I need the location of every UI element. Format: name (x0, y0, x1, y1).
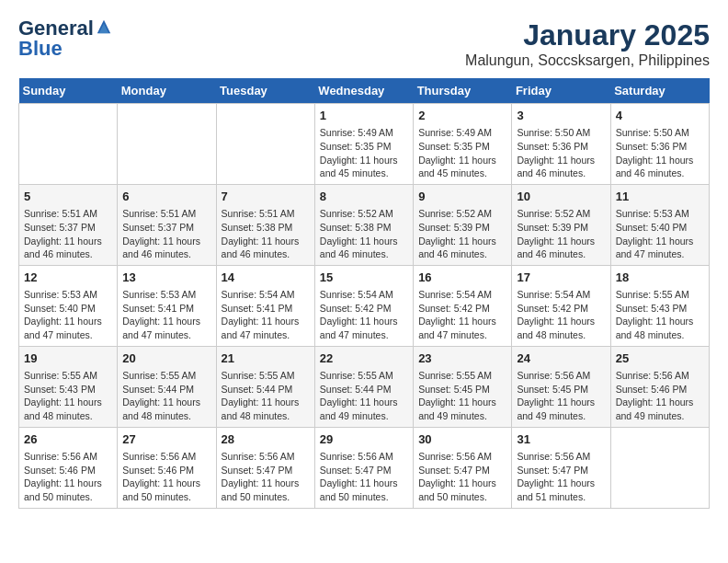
calendar-header-row: SundayMondayTuesdayWednesdayThursdayFrid… (19, 78, 710, 104)
calendar-cell: 14Sunrise: 5:54 AM Sunset: 5:41 PM Dayli… (216, 265, 314, 346)
calendar-cell: 20Sunrise: 5:55 AM Sunset: 5:44 PM Dayli… (118, 346, 216, 427)
day-number: 12 (24, 270, 112, 286)
cell-info: Sunrise: 5:52 AM Sunset: 5:39 PM Dayligh… (418, 207, 506, 261)
day-number: 16 (418, 270, 506, 286)
day-number: 17 (517, 270, 605, 286)
calendar-cell: 7Sunrise: 5:51 AM Sunset: 5:38 PM Daylig… (216, 184, 314, 265)
day-number: 5 (24, 189, 112, 205)
day-number: 25 (616, 350, 704, 367)
cell-info: Sunrise: 5:54 AM Sunset: 5:41 PM Dayligh… (222, 288, 310, 342)
calendar-cell: 4Sunrise: 5:50 AM Sunset: 5:36 PM Daylig… (610, 104, 709, 185)
week-row-1: 1Sunrise: 5:49 AM Sunset: 5:35 PM Daylig… (19, 104, 710, 185)
calendar-cell: 21Sunrise: 5:55 AM Sunset: 5:44 PM Dayli… (216, 346, 314, 427)
calendar-cell: 1Sunrise: 5:49 AM Sunset: 5:35 PM Daylig… (314, 104, 413, 185)
header-tuesday: Tuesday (216, 78, 314, 104)
day-number: 20 (122, 350, 210, 367)
header-friday: Friday (512, 78, 610, 104)
calendar-cell: 25Sunrise: 5:56 AM Sunset: 5:46 PM Dayli… (610, 346, 709, 427)
cell-info: Sunrise: 5:56 AM Sunset: 5:46 PM Dayligh… (24, 450, 112, 504)
calendar-cell: 2Sunrise: 5:49 AM Sunset: 5:35 PM Daylig… (414, 104, 512, 185)
header-saturday: Saturday (610, 78, 709, 104)
day-number: 19 (24, 350, 112, 367)
header-wednesday: Wednesday (314, 78, 413, 104)
logo-text-line2: Blue (18, 37, 63, 60)
day-number: 21 (222, 350, 310, 367)
cell-info: Sunrise: 5:50 AM Sunset: 5:36 PM Dayligh… (517, 126, 605, 180)
calendar-cell: 18Sunrise: 5:55 AM Sunset: 5:43 PM Dayli… (610, 265, 709, 346)
cell-info: Sunrise: 5:54 AM Sunset: 5:42 PM Dayligh… (320, 288, 408, 342)
cell-info: Sunrise: 5:49 AM Sunset: 5:35 PM Dayligh… (320, 126, 408, 180)
cell-info: Sunrise: 5:55 AM Sunset: 5:45 PM Dayligh… (418, 369, 506, 423)
cell-info: Sunrise: 5:55 AM Sunset: 5:44 PM Dayligh… (222, 369, 310, 423)
calendar-cell (118, 104, 216, 185)
day-number: 10 (517, 189, 605, 205)
calendar-cell: 30Sunrise: 5:56 AM Sunset: 5:47 PM Dayli… (414, 427, 512, 508)
day-number: 27 (122, 431, 210, 448)
cell-info: Sunrise: 5:56 AM Sunset: 5:46 PM Dayligh… (616, 369, 704, 423)
calendar-cell: 16Sunrise: 5:54 AM Sunset: 5:42 PM Dayli… (414, 265, 512, 346)
cell-info: Sunrise: 5:56 AM Sunset: 5:47 PM Dayligh… (222, 450, 310, 504)
day-number: 8 (320, 189, 408, 205)
cell-info: Sunrise: 5:54 AM Sunset: 5:42 PM Dayligh… (517, 288, 605, 342)
calendar-cell: 24Sunrise: 5:56 AM Sunset: 5:45 PM Dayli… (512, 346, 610, 427)
calendar-cell (216, 104, 314, 185)
calendar-cell: 12Sunrise: 5:53 AM Sunset: 5:40 PM Dayli… (19, 265, 118, 346)
day-number: 31 (517, 431, 605, 448)
calendar-cell: 15Sunrise: 5:54 AM Sunset: 5:42 PM Dayli… (314, 265, 413, 346)
cell-info: Sunrise: 5:54 AM Sunset: 5:42 PM Dayligh… (418, 288, 506, 342)
day-number: 30 (418, 431, 506, 448)
cell-info: Sunrise: 5:56 AM Sunset: 5:47 PM Dayligh… (418, 450, 506, 504)
cell-info: Sunrise: 5:56 AM Sunset: 5:47 PM Dayligh… (320, 450, 408, 504)
day-number: 24 (517, 350, 605, 367)
calendar-cell: 22Sunrise: 5:55 AM Sunset: 5:44 PM Dayli… (314, 346, 413, 427)
calendar-cell: 13Sunrise: 5:53 AM Sunset: 5:41 PM Dayli… (118, 265, 216, 346)
subtitle: Malungun, Soccsksargen, Philippines (465, 52, 710, 69)
calendar-cell (19, 104, 118, 185)
cell-info: Sunrise: 5:51 AM Sunset: 5:37 PM Dayligh… (122, 207, 210, 261)
cell-info: Sunrise: 5:55 AM Sunset: 5:44 PM Dayligh… (320, 369, 408, 423)
header-monday: Monday (118, 78, 216, 104)
week-row-3: 12Sunrise: 5:53 AM Sunset: 5:40 PM Dayli… (19, 265, 710, 346)
day-number: 15 (320, 270, 408, 286)
calendar-cell: 23Sunrise: 5:55 AM Sunset: 5:45 PM Dayli… (414, 346, 512, 427)
calendar-cell: 19Sunrise: 5:55 AM Sunset: 5:43 PM Dayli… (19, 346, 118, 427)
logo: General Blue (18, 18, 112, 59)
day-number: 6 (122, 189, 210, 205)
cell-info: Sunrise: 5:53 AM Sunset: 5:41 PM Dayligh… (122, 288, 210, 342)
day-number: 9 (418, 189, 506, 205)
day-number: 11 (616, 189, 704, 205)
calendar-cell: 17Sunrise: 5:54 AM Sunset: 5:42 PM Dayli… (512, 265, 610, 346)
calendar-cell: 28Sunrise: 5:56 AM Sunset: 5:47 PM Dayli… (216, 427, 314, 508)
cell-info: Sunrise: 5:52 AM Sunset: 5:38 PM Dayligh… (320, 207, 408, 261)
day-number: 1 (320, 108, 408, 124)
page-header: General Blue January 2025 Malungun, Socc… (18, 18, 710, 69)
calendar-cell: 6Sunrise: 5:51 AM Sunset: 5:37 PM Daylig… (118, 184, 216, 265)
day-number: 2 (418, 108, 506, 124)
week-row-2: 5Sunrise: 5:51 AM Sunset: 5:37 PM Daylig… (19, 184, 710, 265)
calendar-cell: 31Sunrise: 5:56 AM Sunset: 5:47 PM Dayli… (512, 427, 610, 508)
day-number: 7 (222, 189, 310, 205)
day-number: 13 (122, 270, 210, 286)
logo-icon (96, 18, 112, 35)
calendar-cell: 5Sunrise: 5:51 AM Sunset: 5:37 PM Daylig… (19, 184, 118, 265)
calendar-cell: 11Sunrise: 5:53 AM Sunset: 5:40 PM Dayli… (610, 184, 709, 265)
calendar-cell: 3Sunrise: 5:50 AM Sunset: 5:36 PM Daylig… (512, 104, 610, 185)
week-row-4: 19Sunrise: 5:55 AM Sunset: 5:43 PM Dayli… (19, 346, 710, 427)
day-number: 14 (222, 270, 310, 286)
calendar-cell: 26Sunrise: 5:56 AM Sunset: 5:46 PM Dayli… (19, 427, 118, 508)
day-number: 22 (320, 350, 408, 367)
cell-info: Sunrise: 5:55 AM Sunset: 5:43 PM Dayligh… (24, 369, 112, 423)
cell-info: Sunrise: 5:51 AM Sunset: 5:37 PM Dayligh… (24, 207, 112, 261)
main-title: January 2025 (465, 18, 710, 52)
calendar-cell: 29Sunrise: 5:56 AM Sunset: 5:47 PM Dayli… (314, 427, 413, 508)
logo-text-line1: General (18, 18, 94, 39)
cell-info: Sunrise: 5:56 AM Sunset: 5:45 PM Dayligh… (517, 369, 605, 423)
cell-info: Sunrise: 5:53 AM Sunset: 5:40 PM Dayligh… (24, 288, 112, 342)
day-number: 18 (616, 270, 704, 286)
calendar-cell: 9Sunrise: 5:52 AM Sunset: 5:39 PM Daylig… (414, 184, 512, 265)
calendar-table: SundayMondayTuesdayWednesdayThursdayFrid… (18, 78, 710, 509)
day-number: 23 (418, 350, 506, 367)
day-number: 26 (24, 431, 112, 448)
calendar-cell: 10Sunrise: 5:52 AM Sunset: 5:39 PM Dayli… (512, 184, 610, 265)
cell-info: Sunrise: 5:52 AM Sunset: 5:39 PM Dayligh… (517, 207, 605, 261)
